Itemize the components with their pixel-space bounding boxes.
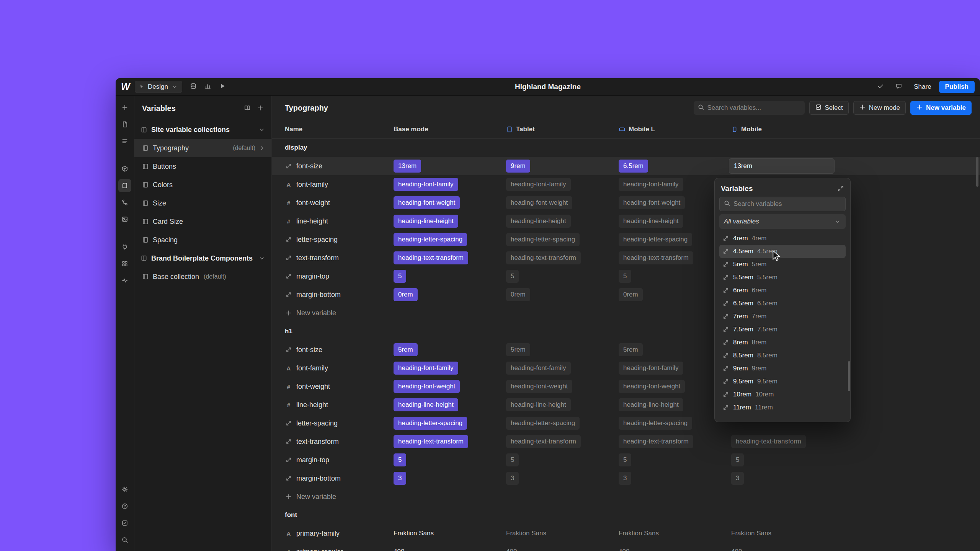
popover-search-input[interactable] bbox=[733, 200, 841, 208]
chevron-down-icon[interactable] bbox=[258, 255, 265, 262]
preview-button[interactable] bbox=[215, 81, 230, 93]
settings-gear-icon[interactable] bbox=[118, 483, 131, 496]
variable-row-display-font-family[interactable]: Afont-familyheading-font-familyheading-f… bbox=[272, 175, 980, 194]
new-variable-button[interactable]: New variable bbox=[910, 101, 972, 115]
value-pill-tablet[interactable]: 5 bbox=[506, 270, 519, 283]
value-pill-tablet[interactable]: heading-text-transform bbox=[506, 251, 581, 264]
assets-icon[interactable] bbox=[118, 213, 131, 226]
sidebar-item-colors[interactable]: Colors bbox=[134, 176, 271, 194]
value-mobile[interactable]: 400 bbox=[731, 548, 742, 551]
value-tablet[interactable]: Fraktion Sans bbox=[506, 530, 546, 537]
value-pill-tablet[interactable]: 0rem bbox=[506, 288, 530, 301]
variable-row-h1-margin-top[interactable]: margin-top5555 bbox=[272, 451, 980, 469]
audit-icon[interactable] bbox=[118, 274, 131, 287]
search-input[interactable] bbox=[707, 104, 801, 112]
value-pill-mobile[interactable]: 3 bbox=[731, 472, 744, 485]
sidebar-item-size[interactable]: Size bbox=[134, 194, 271, 212]
plugins-icon[interactable] bbox=[118, 240, 131, 253]
value-pill-base-mode[interactable]: heading-letter-spacing bbox=[394, 417, 467, 430]
value-pill-base-mode[interactable]: 0rem bbox=[394, 288, 418, 301]
plus-icon[interactable] bbox=[118, 101, 131, 114]
value-pill-base-mode[interactable]: heading-line-height bbox=[394, 398, 458, 411]
sidebar-item-spacing[interactable]: Spacing bbox=[134, 231, 271, 249]
sidebar-item-base-collection[interactable]: Base collection(default) bbox=[134, 267, 271, 286]
value-pill-mobile[interactable]: 5 bbox=[731, 453, 744, 466]
collection-group-site-variable-collections[interactable]: Site variable collections bbox=[134, 121, 271, 139]
webflow-logo-icon[interactable]: W bbox=[121, 81, 135, 92]
value-pill-mobile-l[interactable]: heading-font-family bbox=[619, 178, 683, 191]
sidebar-item-buttons[interactable]: Buttons bbox=[134, 157, 271, 176]
value-pill-base-mode[interactable]: 13rem bbox=[394, 160, 421, 173]
cms-database-button[interactable] bbox=[186, 81, 201, 93]
value-pill-base-mode[interactable]: heading-letter-spacing bbox=[394, 233, 467, 246]
value-base-mode[interactable]: Fraktion Sans bbox=[394, 530, 434, 537]
variable-row-h1-text-transform[interactable]: text-transformheading-text-transformhead… bbox=[272, 432, 980, 451]
variable-option-10rem[interactable]: 10rem10rem bbox=[719, 388, 846, 401]
value-pill-tablet[interactable]: heading-font-weight bbox=[506, 196, 572, 209]
variable-option-7-5rem[interactable]: 7.5rem7.5rem bbox=[719, 323, 846, 336]
value-pill-mobile-l[interactable]: heading-line-height bbox=[619, 398, 683, 411]
value-pill-tablet[interactable]: heading-line-height bbox=[506, 215, 571, 228]
variable-row-h1-line-height[interactable]: #line-heightheading-line-heightheading-l… bbox=[272, 396, 980, 414]
main-scrollbar-thumb[interactable] bbox=[976, 157, 978, 187]
value-pill-mobile[interactable]: heading-text-transform bbox=[731, 435, 806, 448]
value-mobile-l[interactable]: Fraktion Sans bbox=[619, 530, 659, 537]
variable-option-5rem[interactable]: 5rem5rem bbox=[719, 258, 846, 271]
variable-row-font-primary-family[interactable]: Aprimary-familyFraktion SansFraktion San… bbox=[272, 524, 980, 543]
publish-button[interactable]: Publish bbox=[939, 81, 975, 93]
new-variable-row-button[interactable]: New variable bbox=[272, 487, 980, 506]
comments-button[interactable] bbox=[892, 81, 906, 93]
value-pill-mobile-l[interactable]: 0rem bbox=[619, 288, 643, 301]
help-icon[interactable] bbox=[118, 500, 131, 513]
components-icon[interactable] bbox=[118, 162, 131, 175]
value-pill-tablet[interactable]: heading-font-family bbox=[506, 178, 571, 191]
chevron-down-icon[interactable] bbox=[258, 126, 265, 133]
detach-icon[interactable] bbox=[837, 185, 844, 192]
value-pill-base-mode[interactable]: heading-text-transform bbox=[394, 435, 468, 448]
variable-row-display-margin-bottom[interactable]: margin-bottom0rem0rem0rem bbox=[272, 285, 980, 304]
value-pill-base-mode[interactable]: 5rem bbox=[394, 343, 418, 356]
sidebar-item-typography[interactable]: Typography(default) bbox=[134, 139, 271, 157]
value-pill-base-mode[interactable]: heading-font-family bbox=[394, 362, 458, 375]
design-mode-button[interactable]: Design bbox=[135, 81, 182, 93]
value-base-mode[interactable]: 400 bbox=[394, 548, 404, 551]
variable-row-display-line-height[interactable]: #line-heightheading-line-heightheading-l… bbox=[272, 212, 980, 230]
analytics-button[interactable] bbox=[201, 81, 215, 93]
value-pill-tablet[interactable]: heading-text-transform bbox=[506, 435, 581, 448]
value-pill-base-mode[interactable]: heading-font-family bbox=[394, 178, 458, 191]
apps-icon[interactable] bbox=[118, 257, 131, 270]
value-pill-mobile-l[interactable]: heading-font-family bbox=[619, 362, 683, 375]
value-pill-tablet[interactable]: 5rem bbox=[506, 343, 530, 356]
zoom-icon[interactable] bbox=[118, 533, 131, 546]
value-pill-mobile-l[interactable]: 5 bbox=[619, 453, 631, 466]
variable-row-font-primary-regular[interactable]: #primary-regular400400400400 bbox=[272, 543, 980, 551]
value-pill-mobile-l[interactable]: heading-text-transform bbox=[619, 435, 693, 448]
variable-row-display-font-weight[interactable]: #font-weightheading-font-weightheading-f… bbox=[272, 194, 980, 212]
value-pill-base-mode[interactable]: heading-font-weight bbox=[394, 380, 460, 393]
select-button[interactable]: Select bbox=[809, 101, 849, 115]
variable-option-4-5rem[interactable]: 4.5rem4.5rem bbox=[719, 245, 846, 258]
value-pill-tablet[interactable]: heading-letter-spacing bbox=[506, 417, 580, 430]
value-pill-base-mode[interactable]: heading-text-transform bbox=[394, 251, 468, 264]
variable-row-h1-font-weight[interactable]: #font-weightheading-font-weightheading-f… bbox=[272, 377, 980, 396]
value-edit-input[interactable]: 13rem bbox=[729, 158, 835, 174]
variable-row-display-font-size[interactable]: font-size13rem9rem6.5rem13rem bbox=[272, 157, 980, 175]
value-tablet[interactable]: 400 bbox=[506, 548, 517, 551]
checklist-icon[interactable] bbox=[118, 517, 131, 530]
share-button[interactable]: Share bbox=[910, 81, 935, 93]
variable-row-display-text-transform[interactable]: text-transformheading-text-transformhead… bbox=[272, 249, 980, 267]
pages-icon[interactable] bbox=[118, 118, 131, 131]
new-mode-button[interactable]: New mode bbox=[853, 101, 906, 115]
value-pill-mobile-l[interactable]: heading-font-weight bbox=[619, 380, 685, 393]
value-pill-tablet[interactable]: heading-letter-spacing bbox=[506, 233, 580, 246]
popover-scrollbar-thumb[interactable] bbox=[848, 361, 850, 391]
collection-group-brand-boilerplate-components[interactable]: Brand Boilerplate Components bbox=[134, 249, 271, 267]
variable-row-h1-margin-bottom[interactable]: margin-bottom3333 bbox=[272, 469, 980, 487]
sidebar-item-card-size[interactable]: Card Size bbox=[134, 212, 271, 231]
variable-option-11rem[interactable]: 11rem11rem bbox=[719, 401, 846, 414]
value-pill-mobile-l[interactable]: 3 bbox=[619, 472, 631, 485]
logic-icon[interactable] bbox=[118, 196, 131, 209]
variables-icon[interactable] bbox=[118, 179, 131, 192]
value-mobile-l[interactable]: 400 bbox=[619, 548, 629, 551]
variable-option-6rem[interactable]: 6rem6rem bbox=[719, 284, 846, 297]
